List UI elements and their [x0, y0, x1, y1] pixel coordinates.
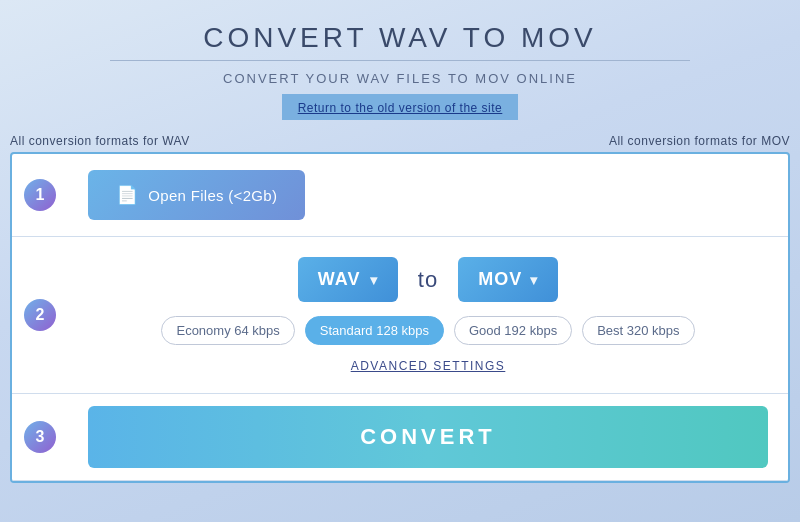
right-format-tab[interactable]: All conversion formats for MOV — [609, 130, 790, 152]
step2-circle: 2 — [24, 299, 56, 331]
quality-good[interactable]: Good 192 kbps — [454, 316, 572, 345]
file-icon: 📄 — [116, 184, 138, 206]
step2-content: WAV ▾ to MOV ▾ Economy 64 kbps Standard … — [68, 237, 788, 393]
step3-row: 3 CONVERT — [12, 394, 788, 481]
step1-circle: 1 — [24, 179, 56, 211]
quality-economy[interactable]: Economy 64 kbps — [161, 316, 294, 345]
return-link-banner: Return to the old version of the site — [282, 94, 519, 120]
page-title: CONVERT WAV TO MOV — [203, 22, 597, 54]
step1-row: 1 📄 Open Files (<2Gb) — [12, 154, 788, 237]
format-row: WAV ▾ to MOV ▾ — [298, 257, 558, 302]
step3-content: CONVERT — [68, 394, 788, 480]
title-divider — [110, 60, 690, 61]
main-container: 1 📄 Open Files (<2Gb) 2 WAV ▾ to MOV ▾ — [10, 152, 790, 483]
quality-row: Economy 64 kbps Standard 128 kbps Good 1… — [161, 316, 694, 345]
step2-number-wrap: 2 — [12, 237, 68, 393]
step2-row: 2 WAV ▾ to MOV ▾ Economy 64 kbps Standar… — [12, 237, 788, 394]
from-format-button[interactable]: WAV ▾ — [298, 257, 398, 302]
step3-number-wrap: 3 — [12, 394, 68, 480]
left-format-tab[interactable]: All conversion formats for WAV — [10, 130, 190, 152]
from-format-label: WAV — [318, 269, 361, 290]
open-files-label: Open Files (<2Gb) — [148, 187, 277, 204]
advanced-settings-link[interactable]: ADVANCED SETTINGS — [351, 359, 506, 373]
convert-button[interactable]: CONVERT — [88, 406, 768, 468]
step1-content: 📄 Open Files (<2Gb) — [68, 154, 788, 236]
from-format-arrow: ▾ — [370, 272, 378, 288]
return-link[interactable]: Return to the old version of the site — [298, 101, 503, 115]
step3-circle: 3 — [24, 421, 56, 453]
to-format-button[interactable]: MOV ▾ — [458, 257, 558, 302]
quality-best[interactable]: Best 320 kbps — [582, 316, 694, 345]
to-text: to — [418, 267, 438, 293]
step1-number-wrap: 1 — [12, 154, 68, 236]
to-format-arrow: ▾ — [530, 272, 538, 288]
page-subtitle: CONVERT YOUR WAV FILES TO MOV ONLINE — [223, 71, 577, 86]
format-tabs-bar: All conversion formats for WAV All conve… — [10, 130, 790, 152]
quality-standard[interactable]: Standard 128 kbps — [305, 316, 444, 345]
to-format-label: MOV — [478, 269, 522, 290]
open-files-button[interactable]: 📄 Open Files (<2Gb) — [88, 170, 305, 220]
